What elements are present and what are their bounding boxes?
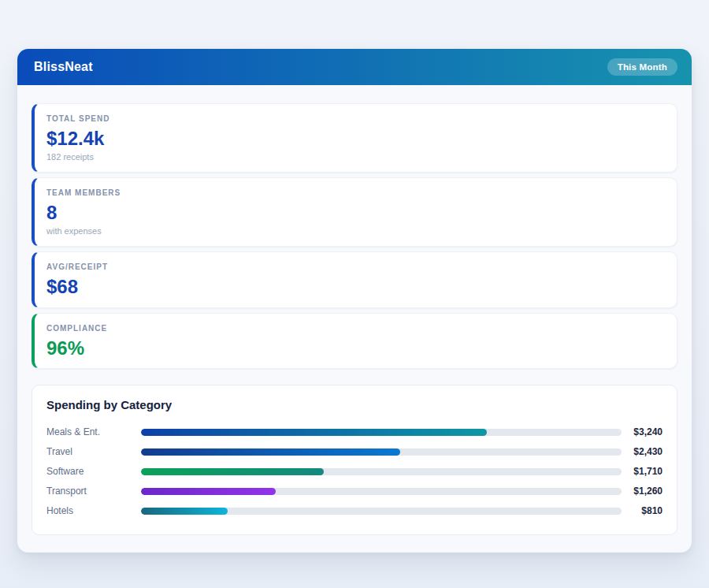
bar-track: [141, 468, 622, 475]
category-bar-list: Meals & Ent. $3,240 Travel $2,430 Softwa…: [46, 422, 663, 521]
category-value: $1,710: [622, 466, 663, 477]
bar-fill: [141, 448, 400, 456]
stat-value: 96%: [46, 338, 664, 358]
dashboard-card: BlissNeat This Month TOTAL SPEND $12.4k …: [17, 49, 692, 553]
category-row-hotels: Hotels $810: [46, 501, 663, 521]
spending-by-category-panel: Spending by Category Meals & Ent. $3,240…: [32, 385, 677, 535]
category-value: $810: [622, 505, 663, 516]
category-value: $2,430: [622, 446, 663, 457]
bar-track: [141, 429, 622, 436]
stat-label: TEAM MEMBERS: [46, 188, 664, 197]
bar-fill: [141, 468, 324, 475]
stat-card-total-spend: TOTAL SPEND $12.4k 182 receipts: [32, 103, 677, 173]
dashboard-body: TOTAL SPEND $12.4k 182 receipts TEAM MEM…: [17, 85, 692, 553]
category-label: Software: [46, 466, 141, 477]
category-value: $3,240: [622, 426, 663, 437]
stat-card-team-members: TEAM MEMBERS 8 with expenses: [32, 177, 677, 247]
bar-fill: [141, 429, 487, 436]
category-label: Travel: [46, 446, 141, 457]
panel-title: Spending by Category: [46, 398, 663, 411]
bar-track: [141, 488, 622, 495]
category-row-meals: Meals & Ent. $3,240: [46, 422, 663, 442]
stat-card-avg-receipt: AVG/RECEIPT $68: [32, 251, 677, 307]
category-label: Meals & Ent.: [46, 426, 141, 437]
app-header: BlissNeat This Month: [17, 49, 692, 85]
stat-label: TOTAL SPEND: [46, 114, 664, 123]
category-label: Hotels: [46, 505, 141, 516]
period-badge[interactable]: This Month: [607, 58, 677, 76]
category-label: Transport: [46, 486, 141, 497]
category-row-travel: Travel $2,430: [46, 442, 663, 462]
bar-fill: [141, 508, 228, 515]
stat-subtext: 182 receipts: [46, 152, 664, 162]
category-row-transport: Transport $1,260: [46, 482, 663, 501]
bar-track: [141, 508, 622, 515]
app-title: BlissNeat: [34, 60, 93, 74]
stat-value: $68: [46, 277, 664, 296]
stat-card-compliance: COMPLIANCE 96%: [32, 313, 677, 369]
stat-value: 8: [46, 203, 664, 222]
bar-fill: [141, 488, 276, 495]
category-row-software: Software $1,710: [46, 462, 663, 482]
stat-label: AVG/RECEIPT: [46, 262, 664, 271]
stat-label: COMPLIANCE: [46, 324, 664, 333]
bar-track: [141, 448, 622, 456]
stat-value: $12.4k: [46, 128, 664, 148]
category-value: $1,260: [622, 486, 663, 497]
stat-subtext: with expenses: [46, 226, 664, 236]
